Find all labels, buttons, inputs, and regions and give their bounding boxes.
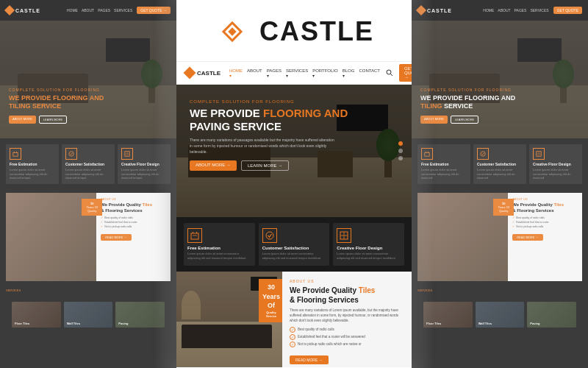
- bg-nav-right: CASTLE HOME ABOUT PAGES SERVICES GET QUO…: [412, 0, 588, 21]
- check-icon-2: ✓: [290, 334, 295, 340]
- bg-hero-title-left: WE PROVIDE FLOORING AND TILING SERVICE: [9, 94, 168, 111]
- bg-service-1: Floor Tiles: [12, 302, 61, 328]
- check-item-3: ✓ Not to pickup radio calls which are na…: [290, 342, 404, 347]
- bg-diamond-right: [416, 5, 426, 15]
- about-label: ABOUT US: [290, 279, 404, 283]
- bg-card-3-left: Creative Floor Design Lorem ipsum dolor …: [118, 144, 171, 184]
- nav-about[interactable]: ABOUT: [247, 68, 262, 78]
- bg-badge-left: 30 Years Of Quality: [82, 199, 102, 216]
- svg-point-17: [387, 70, 391, 74]
- bg-card-1-left: Free Estimation Lorem ipsum dolor sit am…: [6, 144, 59, 184]
- center-panel: CASTLE CASTLE HOME ▾ ABOUT PAGES ▾ SERVI…: [176, 0, 412, 368]
- bg-about-right: 30 Years Of Quality ABOUT US We Provide …: [417, 193, 582, 281]
- design-icon: [337, 228, 351, 243]
- svg-point-10: [481, 152, 485, 156]
- hero-section: COMPLETE SOLUTION FOR FLOORING WE PROVID…: [176, 85, 412, 217]
- nav-pages[interactable]: PAGES ▾: [267, 68, 282, 78]
- bg-card-text-3: Lorem ipsum dolor sit amet consectetur a…: [121, 168, 167, 180]
- bg-diamond-left: [4, 5, 15, 15]
- hero-content: COMPLETE SOLUTION FOR FLOORING WE PROVID…: [190, 99, 353, 171]
- nav-links: HOME ▾ ABOUT PAGES ▾ SERVICES ▾ PORTFOLI…: [229, 68, 380, 78]
- about-image: 30 Years Of Quality Service: [176, 272, 282, 367]
- nav-logo-small: CASTLE: [185, 68, 220, 77]
- check-icon-3: ✓: [290, 342, 295, 347]
- quality-badge: 30 Years Of Quality Service: [259, 279, 282, 322]
- about-content: ABOUT US We Provide Quality Tiles & Floo…: [282, 272, 412, 367]
- logo-icon: [214, 13, 251, 50]
- bg-card-text-1: Lorem ipsum dolor sit amet consectetur a…: [10, 168, 55, 180]
- about-title: We Provide Quality Tiles & Flooring Serv…: [290, 286, 404, 305]
- bg-card-title-3: Creative Floor Design: [121, 162, 167, 166]
- bg-brand-left: CASTLE: [15, 8, 40, 13]
- hero-dot-3[interactable]: [398, 156, 403, 160]
- svg-line-18: [390, 74, 392, 77]
- check-item-2: ✓ Established feel that a router will be…: [290, 334, 404, 340]
- bg-card-text-2: Lorem ipsum dolor sit amet consectetur a…: [65, 168, 111, 180]
- bg-card-1-right: Free Estimation Lorem ipsum dolor sit am…: [417, 144, 470, 184]
- hero-title: WE PROVIDE FLOORING AND PAVING SERVICE: [190, 107, 353, 133]
- nav-services[interactable]: SERVICES ▾: [286, 68, 308, 78]
- bg-card-icon-1: [10, 148, 21, 160]
- bg-brand-right: CASTLE: [427, 8, 452, 13]
- bg-btn2-left: LEARN MORE: [39, 116, 67, 124]
- bg-hero-left: COMPLETE SOLUTION FOR FLOORING WE PROVID…: [0, 21, 176, 138]
- logo-area: CASTLE: [176, 0, 412, 61]
- bg-logo-left: CASTLE: [6, 7, 40, 14]
- check-icon-1: ✓: [290, 327, 295, 333]
- hero-dots: [398, 141, 403, 160]
- card-text-3: Lorem ipsum dolor sit amet consectetur a…: [337, 252, 401, 261]
- nav-contact[interactable]: CONTACT: [359, 68, 380, 78]
- bg-panel-left: CASTLE HOME ABOUT PAGES SERVICES GET QUO…: [0, 0, 176, 368]
- bg-card-icon-2: [65, 148, 77, 160]
- card-text-1: Lorem ipsum dolor sit amet consectetur a…: [187, 252, 251, 261]
- bg-panel-right: CASTLE HOME ABOUT PAGES SERVICES GET QUO…: [412, 0, 588, 368]
- bg-about-left: 30 Years Of Quality ABOUT US We Provide …: [6, 193, 171, 281]
- bg-service-3: Paving: [115, 302, 165, 328]
- check-item-1: ✓ Best quality of radio calls: [290, 327, 404, 333]
- satisfaction-icon: [262, 228, 277, 243]
- nav-home[interactable]: HOME ▾: [229, 68, 243, 78]
- bg-nav-links-right: HOME ABOUT PAGES SERVICES: [483, 8, 548, 13]
- search-icon[interactable]: [386, 68, 393, 78]
- hero-buttons: ABOUT MORE → LEARN MORE →: [190, 160, 353, 171]
- card-text-2: Lorem ipsum dolor sit amet consectetur a…: [262, 252, 326, 261]
- hero-dot-1[interactable]: [398, 141, 403, 146]
- svg-point-23: [266, 232, 273, 239]
- card-title-3: Creative Floor Design: [337, 246, 401, 250]
- bg-quote-btn-right: GET QUOTE: [553, 7, 582, 14]
- bg-service-2: Wall Tiles: [64, 302, 113, 328]
- svg-rect-7: [425, 152, 429, 156]
- bg-card-icon-3: [121, 148, 133, 160]
- hero-tagline: COMPLETE SOLUTION FOR FLOORING: [190, 99, 353, 104]
- nav-diamond: [184, 67, 196, 79]
- bg-hero-small-left: COMPLETE SOLUTION FOR FLOORING: [9, 88, 168, 92]
- feature-card-satisfaction: Customer Satisfaction Lorem ipsum dolor …: [259, 223, 330, 266]
- feature-card-estimation: Free Estimation Lorem ipsum dolor sit am…: [184, 223, 255, 266]
- hero-description: There are many variations of passages av…: [190, 137, 337, 155]
- bg-btn1-left: ABOUT MORE: [9, 116, 36, 124]
- main-nav: CASTLE HOME ▾ ABOUT PAGES ▾ SERVICES ▾ P…: [176, 61, 412, 85]
- nav-brand: CASTLE: [197, 70, 220, 77]
- bg-card-3-right: Creative Floor Design Lorem ipsum dolor …: [529, 144, 582, 184]
- bg-hero-right: COMPLETE SOLUTION FOR FLOORING WE PROVID…: [412, 21, 588, 138]
- estimation-icon: [187, 228, 202, 243]
- nav-blog[interactable]: BLOG ▾: [343, 68, 355, 78]
- card-title-1: Free Estimation: [187, 246, 251, 250]
- feature-card-design: Creative Floor Design Lorem ipsum dolor …: [333, 223, 404, 266]
- bg-about-content-left: ABOUT US We Provide Quality Tiles& Floor…: [96, 193, 171, 281]
- svg-rect-0: [13, 152, 18, 156]
- hero-about-button[interactable]: ABOUT MORE →: [190, 160, 237, 171]
- bg-quote-btn-left: GET QUOTE →: [137, 7, 171, 14]
- brand-name: CASTLE: [259, 16, 374, 47]
- bg-nav-links-left: HOME ABOUT PAGES SERVICES: [67, 8, 132, 13]
- nav-portfolio[interactable]: PORTFOLIO ▾: [312, 68, 338, 78]
- about-checklist: ✓ Best quality of radio calls ✓ Establis…: [290, 327, 404, 347]
- bg-about-img-left: 30 Years Of Quality: [6, 193, 96, 281]
- svg-point-3: [69, 152, 74, 156]
- get-quote-button[interactable]: GET QUOTE →: [399, 64, 412, 82]
- bg-card-title-1: Free Estimation: [10, 162, 55, 166]
- readmore-button[interactable]: READ MORE →: [290, 355, 329, 364]
- hero-learn-button[interactable]: LEARN MORE →: [241, 160, 289, 171]
- card-title-2: Customer Satisfaction: [262, 246, 326, 250]
- hero-dot-2[interactable]: [398, 149, 403, 153]
